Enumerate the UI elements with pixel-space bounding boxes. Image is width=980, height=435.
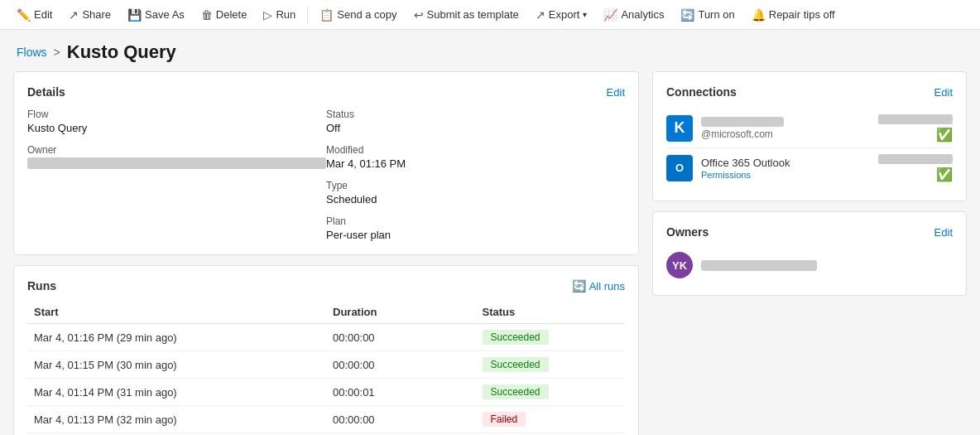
type-value: Scheduled <box>326 193 625 205</box>
refresh-icon: 🔄 <box>572 279 586 292</box>
o365-permissions-link[interactable]: Permissions <box>701 170 870 180</box>
modified-label: Modified <box>326 144 625 156</box>
table-row[interactable]: Mar 4, 01:14 PM (31 min ago)00:00:01Succ… <box>27 379 625 406</box>
details-edit-button[interactable]: Edit <box>607 86 625 99</box>
run-status-cell: Succeeded <box>476 351 626 379</box>
modified-detail: Modified Mar 4, 01:16 PM <box>326 144 625 170</box>
analytics-icon: 📈 <box>603 8 617 22</box>
kusto-conn-email: @microsoft.com <box>701 128 870 140</box>
run-duration-cell: 00:00:00 <box>326 406 476 433</box>
submit-template-label: Submit as template <box>427 8 519 21</box>
flows-breadcrumb-link[interactable]: Flows <box>17 46 47 59</box>
run-button[interactable]: ▷ Run <box>257 5 302 25</box>
run-label: Run <box>276 8 295 21</box>
col-duration-header: Duration <box>326 301 476 324</box>
plan-detail: Plan Per-user plan <box>326 215 625 241</box>
export-icon: ↗ <box>536 8 545 22</box>
kusto-conn-status-blurred <box>878 114 953 124</box>
owner-name-blurred <box>701 260 817 271</box>
turn-on-label: Turn on <box>698 8 734 21</box>
all-runs-label: All runs <box>589 280 625 292</box>
status-badge: Succeeded <box>483 384 549 399</box>
o365-conn-info: Office 365 Outlook Permissions <box>701 157 870 180</box>
run-status-cell: Succeeded <box>476 324 626 351</box>
kusto-conn-info: @microsoft.com <box>701 116 870 140</box>
owners-card: Owners Edit YK <box>652 211 967 296</box>
edit-button[interactable]: ✏️ Edit <box>10 5 59 25</box>
all-runs-link[interactable]: 🔄 All runs <box>572 279 625 292</box>
owner-avatar: YK <box>666 252 693 278</box>
status-detail: Status Off <box>326 109 625 134</box>
kusto-icon: K <box>666 115 693 142</box>
status-badge: Succeeded <box>483 357 549 372</box>
run-duration-cell: 00:00:01 <box>326 379 476 406</box>
delete-icon: 🗑 <box>201 8 213 22</box>
status-label: Status <box>326 109 625 120</box>
col-status-header: Status <box>476 301 626 324</box>
share-icon: ↗ <box>69 8 79 22</box>
repair-tips-label: Repair tips off <box>769 8 835 21</box>
o365-conn-name: Office 365 Outlook <box>701 157 870 169</box>
runs-table-header: Start Duration Status <box>27 301 625 324</box>
connections-card: Connections Edit K @microsoft.com ✅ <box>652 71 967 201</box>
breadcrumb-separator: > <box>54 46 60 59</box>
turn-on-button[interactable]: 🔄 Turn on <box>674 5 741 25</box>
connections-title: Connections <box>666 85 737 99</box>
page-title: Kusto Query <box>67 41 176 63</box>
delete-button[interactable]: 🗑 Delete <box>195 5 254 25</box>
repair-tips-icon: 🔔 <box>752 8 766 22</box>
export-button[interactable]: ↗ Export ▾ <box>529 5 594 25</box>
left-column: Details Edit Flow Kusto Query Owner <box>13 71 639 435</box>
flow-detail: Flow Kusto Query <box>27 109 326 134</box>
connections-edit-button[interactable]: Edit <box>934 86 953 99</box>
details-card-header: Details Edit <box>27 85 625 99</box>
save-as-button[interactable]: 💾 Save As <box>121 5 191 25</box>
submit-template-button[interactable]: ↩ Submit as template <box>407 5 526 25</box>
runs-title: Runs <box>27 279 56 292</box>
run-icon: ▷ <box>263 8 272 22</box>
flow-value: Kusto Query <box>27 122 326 134</box>
analytics-button[interactable]: 📈 Analytics <box>597 5 670 25</box>
submit-template-icon: ↩ <box>414 8 424 22</box>
turn-on-icon: 🔄 <box>680 8 694 22</box>
table-row[interactable]: Mar 4, 01:13 PM (32 min ago)00:00:00Fail… <box>27 406 625 433</box>
o365-conn-check-icon: ✅ <box>936 167 953 182</box>
connection-item-o365: O Office 365 Outlook Permissions ✅ <box>666 148 953 187</box>
edit-label: Edit <box>34 8 52 21</box>
type-detail: Type Scheduled <box>326 180 625 205</box>
kusto-conn-check-icon: ✅ <box>936 127 953 143</box>
send-copy-label: Send a copy <box>337 8 396 21</box>
share-button[interactable]: ↗ Share <box>62 5 118 25</box>
main-content: Details Edit Flow Kusto Query Owner <box>0 71 980 435</box>
o365-conn-right: ✅ <box>878 153 953 182</box>
export-label: Export <box>549 8 580 21</box>
run-start-cell: Mar 4, 01:13 PM (32 min ago) <box>27 406 326 433</box>
run-start-cell: Mar 4, 01:16 PM (29 min ago) <box>27 324 326 351</box>
send-copy-icon: 📋 <box>319 8 334 22</box>
owner-label: Owner <box>27 144 326 156</box>
owner-item: YK <box>666 249 953 282</box>
col-start-header: Start <box>27 301 326 324</box>
table-row[interactable]: Mar 4, 01:15 PM (30 min ago)00:00:00Succ… <box>27 351 625 379</box>
toolbar-divider <box>307 7 308 23</box>
owners-edit-button[interactable]: Edit <box>934 226 953 239</box>
owner-detail: Owner <box>27 144 326 169</box>
runs-card: Runs 🔄 All runs Start Duration Status Ma… <box>13 265 639 435</box>
kusto-conn-right: ✅ <box>878 114 953 143</box>
details-grid: Flow Kusto Query Owner Status Off Modifi… <box>27 109 625 241</box>
toolbar: ✏️ Edit ↗ Share 💾 Save As 🗑 Delete ▷ Run… <box>0 0 980 30</box>
owners-title: Owners <box>666 225 709 239</box>
o365-icon: O <box>666 155 693 181</box>
repair-tips-button[interactable]: 🔔 Repair tips off <box>745 5 842 25</box>
delete-label: Delete <box>216 8 247 21</box>
run-status-cell: Failed <box>476 406 626 433</box>
owners-card-header: Owners Edit <box>666 225 953 239</box>
run-duration-cell: 00:00:00 <box>326 324 476 351</box>
send-copy-button[interactable]: 📋 Send a copy <box>313 5 403 25</box>
plan-value: Per-user plan <box>326 229 625 241</box>
run-start-cell: Mar 4, 01:14 PM (31 min ago) <box>27 379 326 406</box>
o365-conn-status-blurred <box>878 154 953 164</box>
details-title: Details <box>27 85 65 99</box>
status-value: Off <box>326 122 625 134</box>
table-row[interactable]: Mar 4, 01:16 PM (29 min ago)00:00:00Succ… <box>27 324 625 351</box>
